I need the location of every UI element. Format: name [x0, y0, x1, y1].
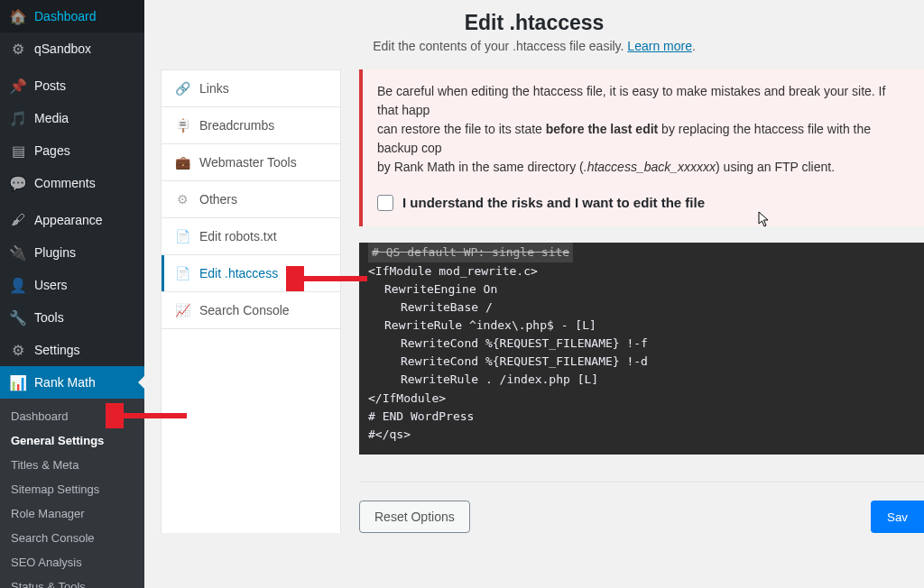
admin-sidebar: 🏠Dashboard ⚙qSandbox 📌Posts 🎵Media ▤Page… — [0, 0, 144, 588]
menu-item-pages[interactable]: ▤Pages — [0, 134, 144, 167]
wrench-icon: 🔧 — [9, 308, 27, 326]
page-subtitle: Edit the contents of your .htaccess file… — [144, 39, 924, 53]
warning-notice: Be careful when editing the htaccess fil… — [359, 69, 924, 226]
menu-label: Comments — [34, 176, 96, 190]
user-icon: 👤 — [9, 276, 27, 294]
menu-label: Rank Math — [34, 375, 96, 390]
dashboard-icon: 🏠 — [9, 7, 27, 25]
understand-risks-checkbox[interactable] — [377, 195, 393, 211]
menu-label: Pages — [34, 143, 70, 158]
learn-more-link[interactable]: Learn more — [627, 39, 692, 53]
comment-icon: 💬 — [9, 174, 27, 192]
menu-item-comments[interactable]: 💬Comments — [0, 167, 144, 199]
menu-label: Plugins — [34, 245, 76, 260]
menu-item-qsandbox[interactable]: ⚙qSandbox — [0, 32, 144, 65]
menu-item-dashboard[interactable]: 🏠Dashboard — [0, 0, 144, 32]
tab-robots[interactable]: 📄Edit robots.txt — [162, 218, 340, 255]
menu-item-posts[interactable]: 📌Posts — [0, 69, 144, 102]
main-panel: Be careful when editing the htaccess fil… — [359, 69, 924, 533]
menu-label: Users — [34, 278, 68, 292]
submenu-sitemap-settings[interactable]: Sitemap Settings — [0, 477, 144, 501]
settings-icon: ⚙ — [174, 191, 190, 207]
doc-icon: 📄 — [174, 228, 190, 244]
tab-htaccess[interactable]: 📄Edit .htaccess — [162, 255, 340, 292]
menu-item-tools[interactable]: 🔧Tools — [0, 301, 144, 334]
menu-label: Media — [34, 111, 69, 125]
menu-item-rank-math[interactable]: 📊 Rank Math — [0, 366, 144, 399]
settings-tabs: 🔗Links 🪧Breadcrumbs 💼Webmaster Tools ⚙Ot… — [161, 69, 341, 533]
pin-icon: 📌 — [9, 77, 27, 95]
submenu-search-console[interactable]: Search Console — [0, 526, 144, 550]
submenu-titles-meta[interactable]: Titles & Meta — [0, 453, 144, 477]
brush-icon: 🖌 — [9, 211, 27, 229]
htaccess-editor[interactable]: # QS default WP: single site <IfModule m… — [359, 243, 924, 455]
menu-item-appearance[interactable]: 🖌Appearance — [0, 204, 144, 236]
reset-button[interactable]: Reset Options — [359, 501, 470, 533]
menu-label: Posts — [34, 78, 66, 93]
tab-links[interactable]: 🔗Links — [162, 70, 340, 107]
menu-label: Tools — [34, 310, 64, 325]
footer-actions: Reset Options Sav — [359, 482, 924, 533]
tab-search-console[interactable]: 📈Search Console — [162, 292, 340, 329]
rank-math-submenu: Dashboard General Settings Titles & Meta… — [0, 399, 144, 588]
submenu-role-manager[interactable]: Role Manager — [0, 501, 144, 526]
menu-item-settings[interactable]: ⚙Settings — [0, 334, 144, 366]
content-area: Edit .htaccess Edit the contents of your… — [144, 0, 924, 588]
notice-text: Be careful when editing the htaccess fil… — [377, 82, 910, 177]
submenu-seo-analysis[interactable]: SEO Analysis — [0, 550, 144, 574]
submenu-general-settings[interactable]: General Settings — [0, 428, 144, 453]
menu-item-plugins[interactable]: 🔌Plugins — [0, 236, 144, 269]
tab-others[interactable]: ⚙Others — [162, 181, 340, 218]
menu-label: Appearance — [34, 213, 103, 227]
chart-icon: 📈 — [174, 302, 190, 318]
chart-icon: 📊 — [9, 373, 27, 391]
gear-icon: ⚙ — [9, 40, 27, 58]
page-header: Edit .htaccess Edit the contents of your… — [144, 0, 924, 69]
page-title: Edit .htaccess — [144, 11, 924, 35]
menu-item-media[interactable]: 🎵Media — [0, 102, 144, 134]
media-icon: 🎵 — [9, 109, 27, 127]
briefcase-icon: 💼 — [174, 154, 190, 170]
menu-item-users[interactable]: 👤Users — [0, 269, 144, 301]
doc-icon: 📄 — [174, 265, 190, 281]
page-icon: ▤ — [9, 142, 27, 160]
menu-label: qSandbox — [34, 41, 91, 56]
menu-label: Settings — [34, 343, 80, 357]
tab-breadcrumbs[interactable]: 🪧Breadcrumbs — [162, 107, 340, 144]
understand-risks-label[interactable]: I understand the risks and I want to edi… — [402, 193, 705, 214]
plug-icon: 🔌 — [9, 243, 27, 262]
link-icon: 🔗 — [174, 80, 190, 96]
submenu-dashboard[interactable]: Dashboard — [0, 404, 144, 428]
menu-label: Dashboard — [34, 9, 97, 23]
tab-webmaster[interactable]: 💼Webmaster Tools — [162, 144, 340, 181]
save-button[interactable]: Sav — [871, 501, 924, 533]
sliders-icon: ⚙ — [9, 341, 27, 359]
signpost-icon: 🪧 — [174, 117, 190, 133]
submenu-status-tools[interactable]: Status & Tools — [0, 574, 144, 588]
